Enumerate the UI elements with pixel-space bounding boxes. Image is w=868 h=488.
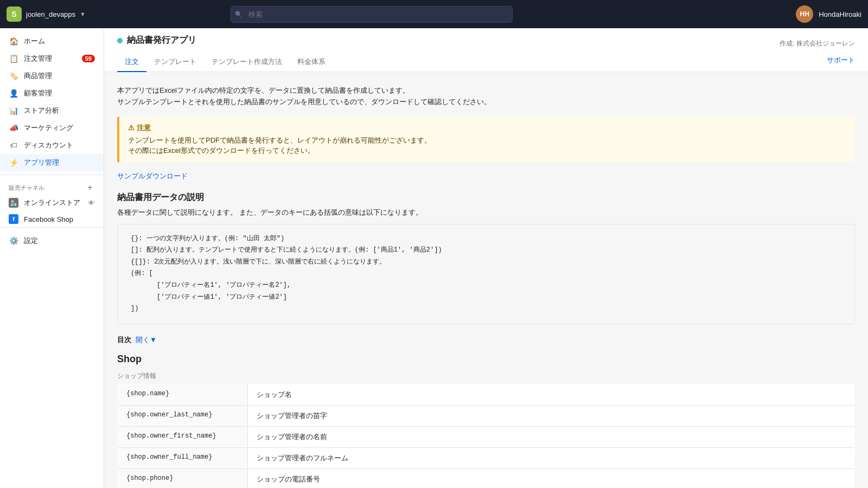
table-cell-key: {shop.owner_last_name} <box>118 405 248 426</box>
home-icon: 🏠 <box>9 36 18 46</box>
table-row: {shop.owner_full_name}ショップ管理者のフルネーム <box>118 447 855 468</box>
sales-channel-section: 販売チャネル + <box>0 178 104 195</box>
top-navigation: S joolen_devapps ▼ HH HondaHiroaki <box>0 0 868 28</box>
sidebar-item-analytics[interactable]: 📊 ストア分析 <box>0 102 104 119</box>
shop-table-label: ショップ情報 <box>117 371 855 381</box>
main-content: 納品書発行アプリ 作成: 株式会社ジョーレン 注文 テンプレート テンプレート作… <box>104 28 868 488</box>
table-cell-key: {shop.owner_first_name} <box>118 426 248 447</box>
facebook-icon: f <box>9 214 18 224</box>
brand-button[interactable]: S joolen_devapps ▼ <box>7 7 86 22</box>
table-cell-value: ショップの電話番号 <box>248 468 855 488</box>
discounts-icon: 🏷 <box>9 140 18 150</box>
sidebar-item-label: 設定 <box>24 236 38 246</box>
description-text: 本アプリではExcelファイル内の特定の文字を、データに置換して納品書を作成して… <box>117 85 855 108</box>
code-block: {}: 一つの文字列が入ります。(例: "山田 太郎") []: 配列が入ります… <box>117 224 855 324</box>
add-channel-button[interactable]: + <box>85 183 95 192</box>
sidebar-item-label: 注文管理 <box>24 54 52 63</box>
sidebar-item-label: ホーム <box>24 36 45 46</box>
settings-icon: ⚙️ <box>9 236 18 246</box>
orders-badge: 59 <box>82 55 95 62</box>
code-line: ]) <box>131 303 841 315</box>
analytics-icon: 📊 <box>9 106 18 115</box>
warning-title: ⚠ 注意 <box>128 123 846 133</box>
topnav-right: HH HondaHiroaki <box>796 5 861 23</box>
channel-label: オンラインストア <box>24 198 80 208</box>
code-line: ['プロパティー名1', 'プロパティー名2'], <box>131 280 841 292</box>
eye-icon: 👁 <box>88 199 95 207</box>
toc-label: 目次 <box>117 335 131 345</box>
table-row: {shop.owner_last_name}ショップ管理者の苗字 <box>118 405 855 426</box>
shopify-icon: S <box>7 7 22 22</box>
brand-chevron-icon: ▼ <box>80 11 86 17</box>
sidebar-item-label: ストア分析 <box>24 106 59 115</box>
sidebar-item-label: マーケティング <box>24 123 73 133</box>
products-icon: 🏷️ <box>9 71 18 81</box>
tab-orders[interactable]: 注文 <box>117 53 146 72</box>
table-cell-value: ショップ管理者の名前 <box>248 426 855 447</box>
table-cell-value: ショップ名 <box>248 384 855 405</box>
table-cell-key: {shop.name} <box>118 384 248 405</box>
sidebar-item-label: ディスカウント <box>24 140 73 150</box>
code-line: []: 配列が入ります。テンプレートで使用すると下に続くようになります。(例: … <box>131 245 841 256</box>
search-input[interactable] <box>231 6 513 23</box>
app-body: 本アプリではExcelファイル内の特定の文字を、データに置換して納品書を作成して… <box>104 72 868 488</box>
sidebar-item-products[interactable]: 🏷️ 商品管理 <box>0 67 104 85</box>
app-title: 納品書発行アプリ <box>117 35 196 53</box>
table-row: {shop.name}ショップ名 <box>118 384 855 405</box>
sidebar-item-label: アプリ管理 <box>24 158 59 168</box>
data-section-desc: 各種データに関して説明になります。 また、データのキーにある括弧の意味は以下にな… <box>117 208 855 217</box>
sidebar: 🏠 ホーム 📋 注文管理 59 🏷️ 商品管理 👤 顧客管理 📊 ストア分析 <box>0 28 104 488</box>
sidebar-item-home[interactable]: 🏠 ホーム <box>0 33 104 50</box>
channel-label: Facebook Shop <box>24 215 73 223</box>
username-label: HondaHiroaki <box>819 10 861 18</box>
app-tabs: 注文 テンプレート テンプレート作成方法 料金体系 <box>117 53 333 72</box>
apps-icon: ⚡ <box>9 158 18 168</box>
tab-pricing[interactable]: 料金体系 <box>290 53 333 72</box>
code-line: {}: 一つの文字列が入ります。(例: "山田 太郎") <box>131 233 841 245</box>
shop-table: {shop.name}ショップ名{shop.owner_last_name}ショ… <box>117 384 855 488</box>
toc-row: 目次 開く▼ <box>117 335 855 345</box>
online-store-icon: 🏪 <box>9 198 18 208</box>
sidebar-item-label: 顧客管理 <box>24 88 52 98</box>
sidebar-item-discounts[interactable]: 🏷 ディスカウント <box>0 137 104 154</box>
avatar: HH <box>796 5 813 23</box>
sidebar-item-facebook-shop[interactable]: f Facebook Shop <box>0 211 104 227</box>
warning-box: ⚠ 注意 テンプレートを使用してPDFで納品書を発行すると、レイアウトが崩れる可… <box>117 117 855 163</box>
search-container <box>231 6 513 23</box>
orders-icon: 📋 <box>9 54 18 63</box>
sidebar-item-apps[interactable]: ⚡ アプリ管理 <box>0 154 104 171</box>
table-cell-value: ショップ管理者の苗字 <box>248 405 855 426</box>
data-section-title: 納品書用データの説明 <box>117 192 855 203</box>
toc-toggle[interactable]: 開く▼ <box>136 335 157 345</box>
sidebar-divider <box>0 175 104 175</box>
marketing-icon: 📣 <box>9 123 18 133</box>
code-line: (例: [ <box>131 268 841 280</box>
warning-text: テンプレートを使用してPDFで納品書を発行すると、レイアウトが崩れる可能性がござ… <box>128 135 846 156</box>
sidebar-item-settings[interactable]: ⚙️ 設定 <box>0 232 104 249</box>
table-cell-value: ショップ管理者のフルネーム <box>248 447 855 468</box>
status-dot <box>117 38 123 43</box>
sample-download-link[interactable]: サンプルダウンロード <box>117 172 188 180</box>
tab-template-create[interactable]: テンプレート作成方法 <box>204 53 290 72</box>
code-line: ['プロパティー値1', 'プロパティー値2'] <box>131 292 841 304</box>
sidebar-item-orders[interactable]: 📋 注文管理 59 <box>0 50 104 67</box>
table-cell-key: {shop.owner_full_name} <box>118 447 248 468</box>
sidebar-item-customers[interactable]: 👤 顧客管理 <box>0 85 104 102</box>
sidebar-nav: 🏠 ホーム 📋 注文管理 59 🏷️ 商品管理 👤 顧客管理 📊 ストア分析 <box>0 33 104 171</box>
customers-icon: 👤 <box>9 88 18 98</box>
tab-templates[interactable]: テンプレート <box>146 53 204 72</box>
store-name: joolen_devapps <box>26 10 75 18</box>
sidebar-item-label: 商品管理 <box>24 71 52 81</box>
code-line: {[]}: 2次元配列が入ります。浅い階層で下に、深い階層で右に続くようになりま… <box>131 256 841 268</box>
sidebar-item-online-store[interactable]: 🏪 オンラインストア 👁 <box>0 195 104 211</box>
sidebar-bottom: ⚙️ 設定 <box>0 227 104 254</box>
support-link[interactable]: サポート <box>827 55 855 72</box>
sidebar-item-marketing[interactable]: 📣 マーケティング <box>0 119 104 137</box>
table-row: {shop.owner_first_name}ショップ管理者の名前 <box>118 426 855 447</box>
table-cell-key: {shop.phone} <box>118 468 248 488</box>
app-maker: 作成: 株式会社ジョーレン <box>780 39 855 48</box>
table-row: {shop.phone}ショップの電話番号 <box>118 468 855 488</box>
app-header: 納品書発行アプリ 作成: 株式会社ジョーレン 注文 テンプレート テンプレート作… <box>104 28 868 72</box>
shop-section-title: Shop <box>117 354 855 365</box>
